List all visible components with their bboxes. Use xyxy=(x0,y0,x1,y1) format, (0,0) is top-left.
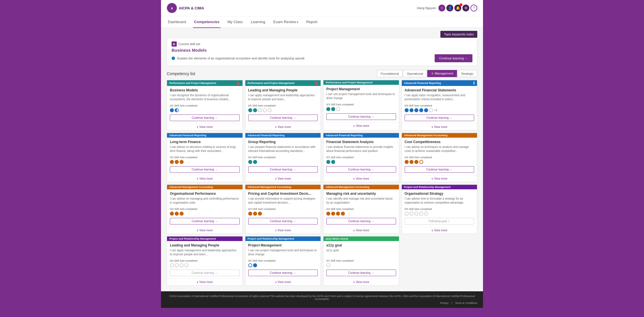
nav-my-class[interactable]: My Class xyxy=(226,16,244,28)
view-more-10[interactable]: View more xyxy=(245,227,321,234)
view-more-6[interactable]: View more xyxy=(245,175,321,182)
nav-competencies[interactable]: Competencies xyxy=(193,16,221,28)
view-more-1[interactable]: View more xyxy=(167,123,243,130)
card-progress-1: 0/2 Skill Sets completed xyxy=(170,104,240,107)
footer: ©2024 Association of International Certi… xyxy=(161,291,483,308)
filter-operational[interactable]: Operational xyxy=(403,70,427,77)
card-tag-12: Project and Relationship Management xyxy=(402,185,477,189)
competency-header: Competency list Foundational Operational… xyxy=(167,70,477,77)
circle xyxy=(331,160,335,164)
card-body-12: Organisational Strategy I can advise how… xyxy=(402,189,477,227)
topic-keywords-button[interactable]: Topic keywords index xyxy=(440,31,477,38)
card-body-8: Cost Competitiveness I can advise on tec… xyxy=(402,138,477,175)
bookmark-icon-2[interactable]: 🔖 xyxy=(314,81,318,85)
card-tag-15: a11y demo course xyxy=(323,236,399,241)
card-title-7: Financial Statement Analysis xyxy=(326,140,396,144)
notification-icon[interactable]: ☆ xyxy=(438,5,445,11)
privacy-link[interactable]: Privacy xyxy=(440,302,449,304)
card-tag-9: Advanced Management Accounting xyxy=(167,185,243,189)
filter-management[interactable]: ★Management xyxy=(427,70,457,77)
continue-btn-7[interactable]: Continue learning → xyxy=(326,166,396,173)
continue-btn-8[interactable]: Continue learning → xyxy=(405,166,474,173)
card-group-reporting: Advanced Financial Reporting Group Repor… xyxy=(245,133,321,182)
circle xyxy=(258,212,262,216)
card-tag-11: Advanced Management Accounting xyxy=(323,185,399,189)
card-tag-1: Performance and Project Management 🔖 xyxy=(167,80,243,86)
card-circles-6 xyxy=(248,160,318,164)
card-desc-13: I can apply management and leadership ap… xyxy=(170,248,240,257)
card-managing-risk: Advanced Management Accounting Managing … xyxy=(323,184,399,234)
continue-btn-9[interactable]: Continue learning → xyxy=(170,218,240,224)
filter-tabs: Foundational Operational ★Management Str… xyxy=(377,70,477,77)
nav-dashboard[interactable]: Dashboard xyxy=(167,16,187,28)
alert-icon[interactable]: 🔔1 xyxy=(454,5,461,11)
continue-btn-1[interactable]: Continue learning → xyxy=(170,115,240,121)
continue-btn-6[interactable]: Continue learning → xyxy=(248,166,318,173)
nav-exam-review[interactable]: Exam Review xyxy=(272,16,299,28)
continue-btn-15[interactable]: Continue learning → xyxy=(326,270,396,276)
card-body-4: Advanced Financial Statements I can appl… xyxy=(402,86,477,123)
view-more-14[interactable]: View more xyxy=(245,278,321,285)
card-tag-14: Project and Relationship Management xyxy=(245,236,321,241)
continue-learning-button[interactable]: Continue learning → xyxy=(435,54,472,62)
help-icon[interactable]: ? xyxy=(470,5,477,11)
card-business-models: Performance and Project Management 🔖 Bus… xyxy=(167,80,243,131)
view-more-15[interactable]: View more xyxy=(323,278,399,285)
card-progress-4: 0/9 Skill Sets completed xyxy=(405,104,474,107)
nav-learning[interactable]: Learning xyxy=(250,16,267,28)
continue-btn-4[interactable]: Continue learning → xyxy=(405,115,474,121)
card-desc-11: I can identify and manage risk and uncer… xyxy=(326,197,396,205)
card-desc-6: I can prepare financial statements in ac… xyxy=(248,145,318,154)
view-more-7[interactable]: View more xyxy=(323,175,399,182)
card-body-3: Project Management I can use project man… xyxy=(323,85,399,122)
filter-strategic[interactable]: Strategic xyxy=(458,70,477,77)
circle xyxy=(410,160,414,164)
aicpa-logo-icon: A xyxy=(167,3,177,13)
nav-report[interactable]: Report xyxy=(305,16,319,28)
circle xyxy=(405,108,409,112)
terms-link[interactable]: Terms & Conditions xyxy=(455,302,477,304)
filter-foundational[interactable]: Foundational xyxy=(377,70,403,77)
view-more-11[interactable]: View more xyxy=(323,227,399,234)
circle xyxy=(424,212,428,216)
card-circles-8 xyxy=(405,160,474,164)
user-icon[interactable]: 👤 xyxy=(446,5,453,11)
circle xyxy=(248,212,252,216)
footer-text: ©2024 Association of International Certi… xyxy=(167,295,477,300)
circle xyxy=(175,160,179,164)
continue-btn-2[interactable]: Continue learning → xyxy=(248,115,318,121)
continue-btn-10[interactable]: Continue learning → xyxy=(248,218,318,224)
circle xyxy=(170,263,174,267)
circle xyxy=(331,107,335,111)
circle xyxy=(419,212,423,216)
card-circles-13 xyxy=(170,263,240,267)
card-body-2: Leading and Managing People I can apply … xyxy=(245,86,321,123)
follow-goal-btn-12[interactable]: Following goal ✓ xyxy=(405,218,474,224)
continue-btn-14[interactable]: Continue learning → xyxy=(248,270,318,276)
view-more-5[interactable]: View more xyxy=(167,175,243,182)
skill-banner: ▶ Current skill set Business Models Expl… xyxy=(167,38,477,66)
card-body-15: a11y goal a11y goal 0/1 Skill Sets compl… xyxy=(323,241,399,278)
view-more-2[interactable]: View more xyxy=(245,123,321,130)
card-circles-5 xyxy=(170,160,240,164)
continue-btn-11[interactable]: Continue learning → xyxy=(326,218,396,224)
view-more-13[interactable]: View more xyxy=(167,278,243,285)
card-progress-3: 0/3 Skill Sets completed xyxy=(326,103,396,106)
view-more-12[interactable]: View more xyxy=(402,227,477,234)
card-financial-statement-analysis: Advanced Financial Reporting Financial S… xyxy=(323,133,399,182)
view-more-4[interactable]: View more xyxy=(402,123,477,130)
circle xyxy=(180,212,184,216)
card-title-14: Project Management xyxy=(248,243,318,247)
view-more-3[interactable]: View more xyxy=(323,122,399,129)
card-pricing-capital: Advanced Management Accounting Pricing a… xyxy=(245,184,321,234)
view-more-9[interactable]: View more xyxy=(167,227,243,234)
continue-btn-5[interactable]: Continue learning → xyxy=(170,166,240,173)
continue-btn-3[interactable]: Continue learning → xyxy=(326,113,396,120)
skill-title: Business Models xyxy=(172,48,472,53)
card-cost-competitiveness: Advanced Management Accounting Cost Comp… xyxy=(401,133,478,182)
info-icon-4[interactable]: ℹ xyxy=(473,81,475,85)
view-more-8[interactable]: View more xyxy=(402,175,477,182)
bookmark-icon-1[interactable]: 🔖 xyxy=(236,81,240,85)
settings-icon[interactable]: ⚙ xyxy=(462,5,469,11)
circle xyxy=(405,212,409,216)
